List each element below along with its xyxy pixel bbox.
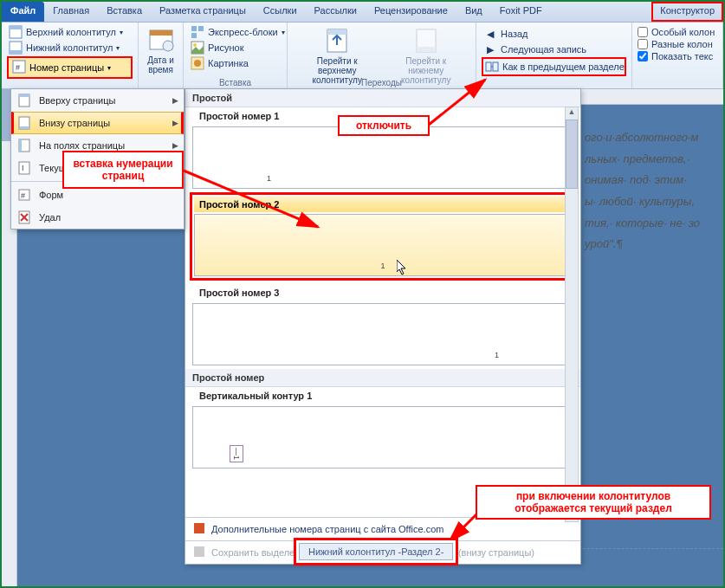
office-icon: [192, 521, 206, 537]
ribbon-tabs: Файл Главная Вставка Разметка страницы С…: [2, 2, 723, 23]
gallery-item4-label: Вертикальный контур 1: [192, 387, 573, 404]
clipart-icon: [191, 56, 204, 70]
gallery-item-3[interactable]: Простой номер 3 1: [192, 284, 573, 365]
svg-rect-10: [198, 26, 204, 31]
datetime-button[interactable]: Дата и время: [139, 24, 184, 76]
svg-point-15: [194, 60, 201, 67]
page-bottom-icon: [16, 115, 32, 131]
tab-foxit[interactable]: Foxit PDF: [491, 2, 551, 22]
ribbon: Верхний колонтитул ▾ Нижний колонтитул ▾…: [2, 23, 723, 89]
show-text-label: Показать текс: [651, 51, 713, 61]
chevron-down-icon: ▾: [107, 64, 111, 72]
current-pos-icon: I: [16, 160, 32, 176]
submenu-arrow-icon: ▶: [172, 96, 178, 105]
callout-disable: отключить: [338, 115, 430, 136]
svg-rect-29: [19, 162, 29, 174]
svg-rect-7: [150, 30, 172, 36]
menu-top-of-page[interactable]: Вверху страницы ▶: [11, 89, 184, 112]
clipart-label: Картинка: [208, 58, 249, 68]
menu-format-label: Форм: [39, 190, 63, 200]
same-as-prev-button[interactable]: Как в предыдущем разделе: [482, 57, 626, 76]
svg-rect-19: [417, 47, 436, 52]
pagenum-label: Номер страницы: [29, 62, 104, 73]
svg-rect-11: [191, 33, 197, 38]
svg-rect-9: [191, 26, 197, 31]
pagenum-icon: #: [12, 60, 26, 75]
header-button[interactable]: Верхний колонтитул ▾: [7, 24, 133, 40]
picture-icon: [191, 41, 204, 55]
express-blocks-button[interactable]: Экспресс-блоки ▾: [189, 24, 282, 40]
special-header-label: Особый колон: [651, 27, 715, 37]
tab-home[interactable]: Главная: [44, 2, 98, 22]
format-icon: #: [16, 187, 32, 203]
diff-headers-label: Разные колон: [651, 39, 713, 49]
tab-mail[interactable]: Рассылки: [306, 2, 366, 22]
insert-group-title: Вставка: [184, 78, 287, 87]
blocks-icon: [191, 25, 204, 39]
clipart-button[interactable]: Картинка: [189, 55, 282, 71]
svg-rect-37: [194, 546, 204, 557]
gallery-item2-label: Простой номер 2: [194, 197, 572, 212]
menu-remove-label: Удал: [39, 212, 61, 223]
submenu-arrow-icon: ▶: [172, 141, 178, 150]
gallery-scrollbar[interactable]: ▲ ▼: [565, 107, 579, 522]
footer-tab-label: Нижний колонтитул -Раздел 2-: [299, 543, 453, 560]
svg-rect-28: [19, 139, 22, 152]
chevron-down-icon: ▾: [282, 29, 285, 36]
svg-rect-17: [327, 29, 346, 35]
show-text-checkbox[interactable]: Показать текс: [638, 50, 717, 62]
tab-layout[interactable]: Разметка страницы: [151, 2, 255, 22]
tab-konstruktor[interactable]: Конструктор: [651, 2, 723, 22]
gallery-item3-label: Простой номер 3: [192, 284, 573, 301]
svg-rect-1: [10, 26, 22, 29]
nav-back-button[interactable]: ◀ Назад: [482, 26, 626, 42]
tab-insert[interactable]: Вставка: [98, 2, 151, 22]
gallery-header-simplenum: Простой номер: [185, 369, 580, 387]
chevron-down-icon: ▾: [120, 29, 123, 36]
gallery-item-2[interactable]: Простой номер 2 1: [190, 192, 576, 281]
menu-remove[interactable]: Удал: [11, 206, 184, 229]
picture-button[interactable]: Рисунок: [189, 40, 282, 55]
next-icon: ▶: [483, 42, 497, 56]
gallery-more-online[interactable]: Дополнительные номера страниц с сайта Of…: [185, 517, 580, 540]
save-icon: [192, 545, 206, 560]
menu-bottom-of-page[interactable]: Внизу страницы ▶: [11, 112, 184, 134]
back-icon: ◀: [483, 27, 497, 41]
svg-point-8: [163, 41, 173, 51]
document-text: ого·и·абсолютного·м льных· предметов,· о…: [585, 127, 723, 255]
link-icon: [485, 60, 499, 74]
chevron-down-icon: ▾: [116, 44, 120, 52]
footer-button[interactable]: Нижний колонтитул ▾: [7, 40, 133, 55]
diff-headers-checkbox[interactable]: Разные колон: [638, 38, 717, 50]
tab-refs[interactable]: Ссылки: [255, 2, 306, 22]
picture-label: Рисунок: [208, 42, 244, 53]
svg-rect-21: [493, 62, 498, 71]
svg-text:I: I: [22, 164, 24, 172]
svg-rect-20: [486, 62, 491, 71]
tab-view[interactable]: Вид: [456, 2, 491, 22]
gallery-item-4[interactable]: Вертикальный контур 1 —1: [192, 387, 573, 468]
page-number-button[interactable]: # Номер страницы ▾: [7, 56, 133, 79]
mouse-cursor-icon: [397, 260, 409, 277]
menu-bottom-label: Внизу страницы: [39, 118, 110, 128]
express-label: Экспресс-блоки: [208, 27, 278, 37]
gallery-more-label: Дополнительные номера страниц с сайта Of…: [211, 524, 443, 534]
datetime-label: Дата и время: [147, 55, 175, 74]
tab-file[interactable]: Файл: [2, 2, 44, 22]
page-top-icon: [16, 93, 32, 108]
next-label: Следующая запись: [501, 44, 586, 55]
goto-footer-icon: [412, 27, 440, 55]
next-record-button[interactable]: ▶ Следующая запись: [482, 42, 626, 57]
special-header-checkbox[interactable]: Особый колон: [638, 26, 717, 38]
tab-review[interactable]: Рецензирование: [366, 2, 456, 22]
footer-label: Нижний колонтитул: [26, 42, 113, 53]
svg-rect-26: [19, 126, 29, 129]
header-label: Верхний колонтитул: [26, 27, 116, 37]
menu-top-label: Вверху страницы: [39, 95, 115, 106]
menu-margins-label: На полях страницы: [39, 140, 125, 151]
callout-insert-numbering: вставка нумерации страниц: [62, 151, 184, 189]
svg-rect-3: [10, 50, 22, 54]
header-icon: [9, 25, 23, 39]
transitions-group-title: Переходы: [288, 78, 476, 87]
page-margins-icon: [16, 138, 32, 153]
